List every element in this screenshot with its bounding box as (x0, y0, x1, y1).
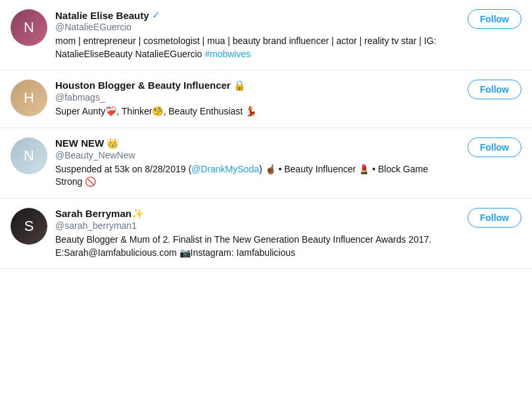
user-handle: @fabmags_ (55, 92, 449, 103)
user-name-row: Natalie Elise Beauty✓ (55, 9, 449, 21)
user-name-row: Houston Blogger & Beauty Influencer 🔒 (55, 80, 449, 91)
avatar: N (11, 137, 47, 174)
user-handle: @sarah_berryman1 (55, 220, 449, 231)
user-handle: @Beauty_NewNew (55, 150, 449, 160)
follow-button[interactable]: Follow (468, 9, 521, 29)
user-bio: Super Aunty❤️‍🩹, Thinker🧐, Beauty Enthus… (55, 105, 449, 118)
hashtag-link[interactable]: #mobwives (205, 49, 251, 59)
user-name: Sarah Berryman✨ (55, 208, 144, 220)
user-card-2: HHouston Blogger & Beauty Influencer 🔒@f… (0, 70, 532, 128)
mention-link[interactable]: @DrankMySoda (191, 164, 259, 174)
user-info: Sarah Berryman✨@sarah_berryman1Beauty Bl… (55, 208, 521, 259)
verified-icon: ✓ (152, 9, 160, 21)
avatar: S (11, 208, 47, 245)
user-name: NEW NEW 👑 (55, 137, 119, 149)
user-bio: Beauty Blogger & Mum of 2. Finalist in T… (55, 234, 449, 259)
user-card-3: NNEW NEW 👑@Beauty_NewNewSuspended at 53k… (0, 128, 532, 199)
user-handle: @NatalieEGuercio (55, 22, 449, 32)
avatar: H (11, 80, 47, 116)
follow-button[interactable]: Follow (468, 208, 521, 228)
user-bio: Suspended at 53k on 8/28/2019 (@DrankMyS… (55, 163, 449, 189)
user-card-1: NNatalie Elise Beauty✓@NatalieEGuerciomo… (0, 0, 532, 70)
user-bio: mom | entrepreneur | cosmetologist | mua… (55, 35, 449, 61)
user-name-row: Sarah Berryman✨ (55, 208, 449, 220)
follow-button[interactable]: Follow (468, 80, 521, 99)
user-name: Natalie Elise Beauty (55, 10, 149, 21)
user-name-row: NEW NEW 👑 (55, 137, 449, 149)
user-info: Houston Blogger & Beauty Influencer 🔒@fa… (55, 80, 521, 118)
follow-button[interactable]: Follow (468, 137, 521, 157)
avatar: N (11, 9, 47, 46)
user-card-4: SSarah Berryman✨@sarah_berryman1Beauty B… (0, 199, 532, 269)
user-info: Natalie Elise Beauty✓@NatalieEGuerciomom… (55, 9, 521, 61)
user-info: NEW NEW 👑@Beauty_NewNewSuspended at 53k … (55, 137, 521, 189)
user-name: Houston Blogger & Beauty Influencer 🔒 (55, 80, 246, 91)
